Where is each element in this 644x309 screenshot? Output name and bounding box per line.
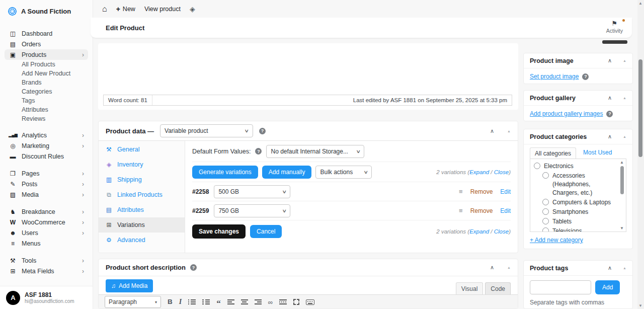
panel-order-icon[interactable]: ▲ xyxy=(623,266,626,270)
panel-order-icon[interactable]: ▲ xyxy=(623,135,626,138)
cancel-button[interactable]: Cancel xyxy=(250,225,282,238)
collapse-chevron-icon[interactable]: ∧ xyxy=(608,95,612,101)
help-icon[interactable]: ? xyxy=(190,264,197,271)
bulleted-list-icon[interactable] xyxy=(188,299,196,304)
drag-handle-icon[interactable]: ≡ xyxy=(459,207,463,214)
edit-link[interactable]: Edit xyxy=(500,207,511,214)
tab-advanced[interactable]: ⚙Advanced xyxy=(99,233,185,248)
tab-code[interactable]: Code xyxy=(485,282,511,294)
sidebar-item-tools[interactable]: ⚒Tools› xyxy=(5,255,88,266)
category-checkbox[interactable] xyxy=(542,172,549,179)
variation-attribute-select[interactable]: 750 GB∨ xyxy=(214,204,290,217)
sidebar-item-breakdance[interactable]: ♞Breakdance› xyxy=(5,206,88,217)
scroll-up-icon[interactable]: ▲ xyxy=(620,160,624,165)
tab-linked-products[interactable]: ⧉Linked Products xyxy=(99,187,185,202)
category-scrollbar[interactable]: ▲ ▼ xyxy=(619,160,625,230)
italic-icon[interactable]: I xyxy=(179,298,182,305)
category-checkbox[interactable] xyxy=(542,199,549,205)
expand-link[interactable]: Expand xyxy=(469,169,489,175)
fullscreen-icon[interactable] xyxy=(293,299,299,305)
diamond-icon[interactable]: ◈ xyxy=(190,5,195,13)
sidebar-item-add-new-product[interactable]: Add New Product xyxy=(5,69,88,78)
scroll-up-icon[interactable]: ▲ xyxy=(638,1,642,6)
sidebar-item-categories[interactable]: Categories xyxy=(5,87,88,96)
align-left-icon[interactable] xyxy=(227,299,234,304)
tab-variations[interactable]: ⊞Variations xyxy=(99,217,185,233)
collapse-chevron-icon[interactable]: ∧ xyxy=(490,128,494,134)
close-link[interactable]: Close xyxy=(494,228,509,235)
remove-link[interactable]: Remove xyxy=(470,188,493,195)
sidebar-item-brands[interactable]: Brands xyxy=(5,78,88,87)
add-tag-button[interactable]: Add xyxy=(595,280,620,294)
panel-order-icon[interactable]: ▲ xyxy=(507,129,511,133)
paragraph-select[interactable]: Paragraph ▾ xyxy=(105,296,161,308)
sidebar-item-discount-rules[interactable]: ▬Discount Rules xyxy=(5,151,88,162)
collapse-chevron-icon[interactable]: ∧ xyxy=(608,265,612,271)
collapse-chevron-icon[interactable]: ∧ xyxy=(608,57,612,64)
sidebar-item-analytics[interactable]: ▂▄▆Analytics› xyxy=(5,130,88,140)
scrollbar-thumb[interactable] xyxy=(620,166,624,194)
sidebar-user[interactable]: A ASF 1881 hi@asoundfiction.com xyxy=(0,286,93,309)
update-button-partial[interactable] xyxy=(602,40,627,44)
sidebar-item-marketing[interactable]: ◎Marketing› xyxy=(5,140,88,151)
new-menu[interactable]: + New xyxy=(116,5,135,13)
collapse-chevron-icon[interactable]: ∧ xyxy=(608,133,612,140)
category-checkbox[interactable] xyxy=(534,163,540,169)
bulk-actions-select[interactable]: Bulk actions ∨ xyxy=(315,166,372,179)
scroll-down-icon[interactable]: ▼ xyxy=(638,303,642,308)
view-product-link[interactable]: View product xyxy=(144,6,181,13)
drag-handle-icon[interactable]: ≡ xyxy=(459,188,463,195)
sidebar-item-attributes[interactable]: Attributes xyxy=(5,105,88,114)
product-type-select[interactable]: Variable product ∨ xyxy=(160,124,253,137)
tab-general[interactable]: ⚒General xyxy=(99,142,185,157)
category-checkbox[interactable] xyxy=(542,218,549,224)
tab-inventory[interactable]: ◈Inventory xyxy=(99,157,185,172)
generate-variations-button[interactable]: Generate variations xyxy=(192,166,258,179)
close-link[interactable]: Close xyxy=(494,169,509,175)
description-editor-bottom[interactable]: Word count: 81 Last edited by ASF 1881 o… xyxy=(98,43,518,110)
activity-button[interactable]: ⚑ Activity xyxy=(606,20,623,34)
help-icon[interactable]: ? xyxy=(582,73,589,80)
tab-most-used[interactable]: Most Used xyxy=(583,149,612,159)
category-checkbox[interactable] xyxy=(542,208,549,215)
add-media-button[interactable]: ♫ Add Media xyxy=(106,279,153,292)
add-new-category-link[interactable]: + Add new category xyxy=(530,237,583,244)
tag-input[interactable] xyxy=(530,280,591,294)
sidebar-item-dashboard[interactable]: ◫Dashboard xyxy=(5,28,88,39)
tab-visual[interactable]: Visual xyxy=(456,282,483,294)
category-checkbox[interactable] xyxy=(542,227,549,232)
sidebar-item-menus[interactable]: ≡Menus xyxy=(5,238,88,249)
variation-attribute-select[interactable]: 500 GB∨ xyxy=(214,185,290,198)
scrollbar-thumb[interactable] xyxy=(638,59,642,157)
sidebar-item-all-products[interactable]: All Products xyxy=(5,60,88,69)
help-icon[interactable]: ? xyxy=(606,111,613,117)
scroll-down-icon[interactable]: ▼ xyxy=(620,226,624,230)
tab-attributes[interactable]: ▤Attributes xyxy=(99,202,185,217)
edit-link[interactable]: Edit xyxy=(500,188,511,195)
bold-icon[interactable]: B xyxy=(168,298,173,305)
align-right-icon[interactable] xyxy=(255,299,262,304)
help-icon[interactable]: ? xyxy=(255,148,262,154)
panel-order-icon[interactable]: ▲ xyxy=(507,266,511,269)
default-form-values-select[interactable]: No default Internal Storage... ∨ xyxy=(266,145,364,158)
read-more-icon[interactable] xyxy=(279,299,287,304)
sidebar-item-posts[interactable]: ✎Posts› xyxy=(5,179,88,189)
collapse-chevron-icon[interactable]: ∧ xyxy=(490,264,494,271)
blockquote-icon[interactable]: “ xyxy=(216,302,221,305)
sidebar-item-pages[interactable]: ❐Pages› xyxy=(5,168,88,179)
align-center-icon[interactable] xyxy=(241,299,248,304)
sidebar-item-products[interactable]: ▣Products› xyxy=(5,49,88,60)
keyboard-icon[interactable] xyxy=(306,299,314,305)
set-product-image-link[interactable]: Set product image xyxy=(530,73,579,80)
sidebar-item-orders[interactable]: ▤Orders xyxy=(5,39,88,49)
sidebar-item-media[interactable]: ▨Media› xyxy=(5,189,88,200)
add-gallery-images-link[interactable]: Add product gallery images xyxy=(530,110,603,117)
expand-link[interactable]: Expand xyxy=(469,228,489,235)
sidebar-item-woocommerce[interactable]: WWooCommerce› xyxy=(5,217,88,227)
panel-order-icon[interactable]: ▲ xyxy=(623,96,626,100)
home-icon[interactable]: ⌂ xyxy=(102,5,107,14)
sidebar-item-reviews[interactable]: Reviews xyxy=(5,114,88,123)
sidebar-item-users[interactable]: ☻Users› xyxy=(5,227,88,238)
tab-shipping[interactable]: ▥Shipping xyxy=(99,172,185,187)
tab-all-categories[interactable]: All categories xyxy=(530,147,576,159)
